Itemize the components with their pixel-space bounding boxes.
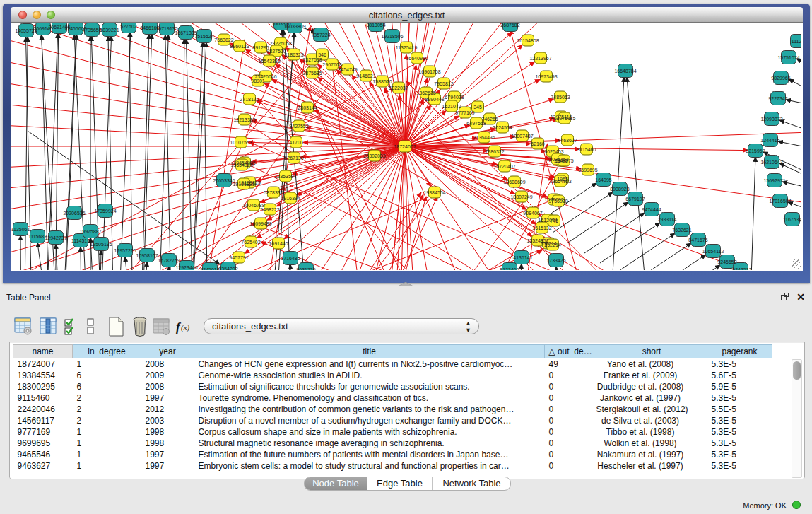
svg-text:15720407: 15720407	[493, 164, 515, 169]
svg-text:11325419: 11325419	[396, 45, 418, 50]
svg-text:2933114: 2933114	[658, 217, 677, 222]
svg-text:345: 345	[473, 105, 482, 110]
svg-text:20053346: 20053346	[213, 178, 235, 183]
svg-text:5498222: 5498222	[260, 207, 279, 212]
svg-text:9829965: 9829965	[771, 76, 790, 81]
svg-text:9756928: 9756928	[548, 199, 567, 204]
svg-text:16033809: 16033809	[283, 24, 305, 29]
svg-text:16154808: 16154808	[517, 38, 539, 43]
svg-text:18724007: 18724007	[394, 144, 416, 149]
svg-text:1167534: 1167534	[783, 217, 801, 222]
svg-text:16099489: 16099489	[249, 221, 271, 226]
svg-text:16782759: 16782759	[158, 258, 180, 263]
svg-text:(x): (x)	[181, 323, 190, 332]
svg-text:9777169: 9777169	[455, 110, 474, 115]
svg-text:16543382: 16543382	[258, 59, 280, 64]
svg-text:12975115: 12975115	[554, 116, 576, 121]
svg-text:9463627: 9463627	[558, 138, 577, 143]
svg-text:9031226: 9031226	[296, 267, 315, 271]
svg-text:9245652: 9245652	[717, 259, 736, 264]
svg-text:19654923: 19654923	[549, 179, 571, 184]
svg-text:12353594: 12353594	[274, 174, 296, 179]
svg-text:5878335: 5878335	[264, 190, 283, 195]
svg-text:1115682: 1115682	[28, 234, 47, 239]
svg-text:16648784: 16648784	[614, 69, 636, 74]
svg-text:10025453: 10025453	[541, 149, 563, 154]
svg-text:6497568: 6497568	[466, 121, 486, 126]
svg-text:1114519: 1114519	[71, 238, 90, 243]
svg-text:252214: 252214	[544, 243, 560, 247]
svg-text:7986322: 7986322	[485, 149, 504, 154]
svg-text:9457791: 9457791	[229, 255, 248, 260]
svg-text:2549575: 2549575	[554, 158, 573, 163]
svg-text:9146821: 9146821	[356, 74, 375, 78]
svg-text:9084067: 9084067	[523, 211, 542, 216]
svg-text:1615132: 1615132	[532, 226, 551, 230]
svg-text:9827500: 9827500	[266, 49, 286, 54]
svg-text:25302033: 25302033	[363, 153, 385, 158]
svg-text:1691440: 1691440	[269, 241, 288, 246]
svg-text:14136141: 14136141	[510, 255, 532, 260]
svg-text:19384554: 19384554	[423, 190, 445, 195]
svg-text:8813054: 8813054	[366, 23, 385, 28]
svg-text:16640910: 16640910	[406, 56, 428, 61]
svg-text:12093872: 12093872	[760, 117, 782, 122]
svg-text:7515524: 7515524	[194, 34, 213, 39]
svg-text:2803144: 2803144	[298, 105, 317, 110]
svg-text:10242512: 10242512	[729, 267, 751, 271]
svg-text:41700: 41700	[289, 140, 303, 145]
svg-text:12923446: 12923446	[175, 265, 197, 270]
svg-text:19654923: 19654923	[230, 163, 252, 168]
svg-text:5322037: 5322037	[389, 86, 408, 90]
svg-text:3624554: 3624554	[493, 125, 512, 130]
svg-text:8990448: 8990448	[425, 97, 444, 102]
svg-text:17016504: 17016504	[769, 199, 791, 204]
svg-text:19975887: 19975887	[79, 229, 101, 234]
svg-text:7485063: 7485063	[551, 95, 570, 100]
svg-text:546: 546	[318, 52, 326, 57]
svg-text:15692971: 15692971	[763, 178, 785, 183]
svg-text:12213967: 12213967	[529, 56, 551, 61]
svg-text:16961758: 16961758	[418, 69, 440, 74]
svg-text:23226058: 23226058	[269, 41, 291, 46]
svg-text:10958107: 10958107	[136, 253, 158, 258]
svg-text:2967608: 2967608	[322, 62, 341, 67]
svg-text:19218506: 19218506	[381, 34, 403, 39]
svg-text:6679197: 6679197	[625, 197, 645, 201]
svg-text:8215958: 8215958	[746, 148, 765, 153]
svg-text:10654112: 10654112	[702, 249, 724, 254]
svg-text:10107553: 10107553	[230, 140, 252, 145]
svg-text:19166825: 19166825	[233, 182, 254, 187]
svg-text:1244415: 1244415	[760, 138, 779, 143]
svg-text:17359924: 17359924	[94, 209, 116, 214]
svg-text:11124: 11124	[792, 39, 801, 44]
svg-text:2718170: 2718170	[240, 97, 259, 102]
svg-text:746: 746	[550, 218, 558, 223]
svg-text:1135061: 1135061	[11, 227, 30, 232]
svg-text:1839221: 1839221	[100, 28, 119, 33]
svg-text:9699695: 9699695	[578, 168, 597, 173]
svg-text:10973493: 10973493	[535, 74, 557, 79]
svg-text:7632621: 7632621	[672, 228, 691, 233]
svg-text:8354202: 8354202	[218, 267, 237, 271]
svg-text:8938923: 8938923	[610, 187, 629, 192]
svg-text:8427552: 8427552	[289, 124, 308, 129]
svg-text:1621072: 1621072	[442, 104, 461, 109]
svg-text:7625402: 7625402	[241, 240, 260, 245]
svg-text:20206536: 20206536	[63, 211, 85, 216]
svg-text:9245014: 9245014	[200, 267, 219, 271]
svg-text:21364436: 21364436	[473, 135, 495, 140]
svg-text:9474444: 9474444	[642, 207, 661, 212]
svg-text:62160: 62160	[531, 141, 545, 146]
svg-text:10688609: 10688609	[503, 180, 525, 185]
svg-text:527602: 527602	[120, 24, 136, 29]
svg-text:1733426: 1733426	[546, 258, 565, 263]
svg-text:98901: 98901	[251, 78, 265, 83]
svg-text:9227342: 9227342	[768, 96, 787, 101]
svg-text:9327508: 9327508	[302, 57, 322, 62]
svg-text:164095: 164095	[595, 177, 611, 182]
svg-text:1362615: 1362615	[416, 90, 435, 95]
svg-text:18807249: 18807249	[510, 194, 532, 199]
svg-text:8123405: 8123405	[500, 267, 519, 271]
svg-text:3875685: 3875685	[302, 71, 322, 76]
